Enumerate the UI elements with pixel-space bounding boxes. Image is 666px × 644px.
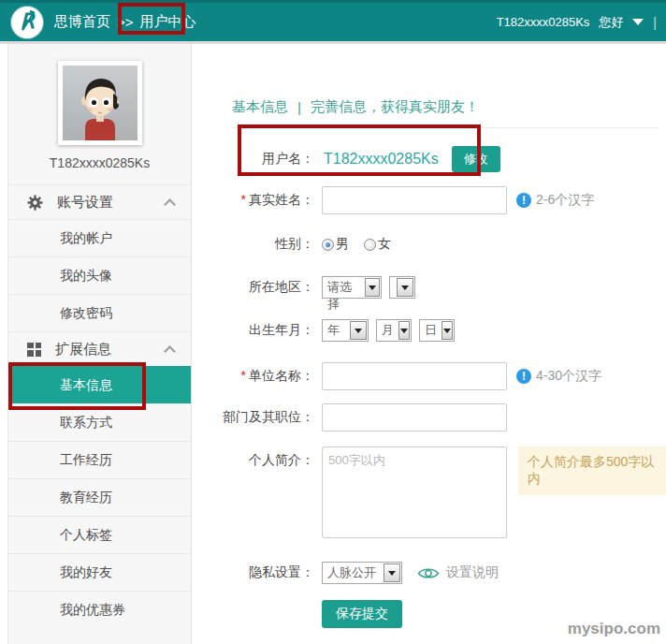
required-mark: * <box>241 192 246 207</box>
gender-row: 性别： 男 女 <box>193 235 666 254</box>
eye-icon[interactable] <box>417 565 440 581</box>
info-icon: ! <box>516 193 531 208</box>
sidebar-item-change-password[interactable]: 修改密码 <box>8 294 191 331</box>
main-content: 基本信息 | 完善信息，获得真实朋友！ 用户名： T182xxxx0285Ks … <box>193 44 666 644</box>
account-username: T182xxxx0285Ks <box>497 15 590 29</box>
grid-icon <box>27 343 41 357</box>
title-divider <box>232 127 659 128</box>
title-separator: | <box>297 99 301 115</box>
title-text: 基本信息 <box>232 98 288 116</box>
birthday-label: 出生年月： <box>193 322 314 339</box>
chevron-up-icon[interactable] <box>164 198 176 211</box>
sidebar-item-contact-info[interactable]: 联系方式 <box>8 403 191 441</box>
basic-info-form: 用户名： T182xxxx0285Ks 修改 *真实姓名： ! 2-6个汉字 性… <box>193 145 666 628</box>
sidebar-section-account-settings[interactable]: 账号设置 <box>8 184 191 219</box>
department-label: 部门及其职位： <box>193 409 314 426</box>
privacy-row: 隐私设置： 人脉公开 设置说明 <box>193 561 666 585</box>
sidebar-username: T182xxxx0285Ks <box>8 153 191 173</box>
breadcrumb: 思博首页 >> 用户中心 <box>54 13 196 31</box>
privacy-select[interactable]: 人脉公开 <box>322 562 402 584</box>
dropdown-arrow-icon[interactable] <box>398 321 410 340</box>
required-mark: * <box>241 368 246 383</box>
info-icon: ! <box>516 369 531 384</box>
account-menu: T182xxxx0285Ks 您好 | <box>497 14 657 31</box>
company-hint: ! 4-30个汉字 <box>516 368 601 385</box>
real-name-input[interactable] <box>322 186 507 214</box>
radio-male-icon[interactable] <box>322 239 334 251</box>
avatar[interactable] <box>58 61 142 145</box>
greeting-text: 您好 <box>599 14 623 31</box>
breadcrumb-current[interactable]: 用户中心 <box>140 13 196 31</box>
bio-limit-note: 个人简介最多500字以内 <box>518 446 666 495</box>
region-label: 所在地区： <box>193 279 314 296</box>
region-province-select[interactable]: 请选择 <box>322 276 382 299</box>
avatar-image <box>63 66 138 140</box>
sidebar-item-work-experience[interactable]: 工作经历 <box>8 441 191 478</box>
dropdown-arrow-icon[interactable] <box>384 564 400 582</box>
sidebar-item-my-account[interactable]: 我的帐户 <box>8 219 191 256</box>
page-title: 基本信息 | 完善信息，获得真实朋友！ <box>232 98 666 116</box>
top-bar: ℟ 思博首页 >> 用户中心 T182xxxx0285Ks 您好 | <box>0 0 666 41</box>
user-center-page: ℟ 思博首页 >> 用户中心 T182xxxx0285Ks 您好 | <box>0 0 666 644</box>
real-name-label: *真实姓名： <box>193 192 314 209</box>
radio-female-icon[interactable] <box>364 239 376 251</box>
dropdown-arrow-icon[interactable] <box>397 278 413 297</box>
company-label: *单位名称： <box>193 368 314 385</box>
real-name-row: *真实姓名： ! 2-6个汉字 <box>193 186 666 214</box>
breadcrumb-home-link[interactable]: 思博首页 <box>54 13 110 31</box>
sidebar-item-basic-info[interactable]: 基本信息 <box>8 366 191 403</box>
sidebar: T182xxxx0285Ks <box>7 44 192 644</box>
department-row: 部门及其职位： <box>193 403 666 432</box>
section-label-extended-info: 扩展信息 <box>55 341 111 359</box>
save-submit-button[interactable]: 保存提交 <box>322 600 402 628</box>
sidebar-item-my-friends[interactable]: 我的好友 <box>8 553 191 591</box>
department-input[interactable] <box>322 403 507 432</box>
gender-option-female[interactable]: 女 <box>364 236 391 253</box>
bio-row: 个人简介： 个人简介最多500字以内 <box>193 446 666 538</box>
sidebar-menu: 账号设置 我的帐户 我的头像 修改密码 扩展信息 基本信息 联系方式 工作经历 … <box>8 184 191 628</box>
sidebar-item-my-avatar[interactable]: 我的头像 <box>8 256 191 294</box>
sidebar-item-education[interactable]: 教育经历 <box>8 478 191 516</box>
dropdown-arrow-icon[interactable] <box>442 321 453 340</box>
company-input[interactable] <box>322 362 507 390</box>
real-name-hint: ! 2-6个汉字 <box>516 192 594 209</box>
username-row: 用户名： T182xxxx0285Ks 修改 <box>193 145 666 173</box>
bio-label: 个人简介： <box>193 452 314 469</box>
privacy-help-link[interactable]: 设置说明 <box>446 564 499 581</box>
gear-icon <box>27 195 43 211</box>
topbar-divider: | <box>653 15 657 30</box>
username-value: T182xxxx0285Ks <box>324 151 439 168</box>
username-label: 用户名： <box>193 151 314 168</box>
gender-option-male[interactable]: 男 <box>322 236 349 253</box>
birth-year-select[interactable]: 年 <box>322 319 369 342</box>
region-row: 所在地区： 请选择 <box>193 276 666 299</box>
sidebar-item-personal-tags[interactable]: 个人标签 <box>8 516 191 553</box>
region-city-select[interactable] <box>389 276 415 299</box>
edit-username-button[interactable]: 修改 <box>452 146 500 172</box>
sidebar-item-my-coupons[interactable]: 我的优惠券 <box>8 591 191 628</box>
section-label-account-settings: 账号设置 <box>57 194 113 212</box>
site-watermark: mysipo.com <box>568 620 660 638</box>
birth-month-select[interactable]: 月 <box>376 319 412 342</box>
company-row: *单位名称： ! 4-30个汉字 <box>193 362 666 390</box>
chevron-up-icon[interactable] <box>164 345 176 358</box>
dropdown-arrow-icon[interactable] <box>350 321 367 340</box>
sipo-logo-icon[interactable]: ℟ <box>11 7 43 38</box>
privacy-label: 隐私设置： <box>193 564 314 581</box>
birthday-row: 出生年月： 年 月 日 <box>193 319 666 342</box>
bio-textarea[interactable] <box>322 446 507 538</box>
subtitle-text: 完善信息，获得真实朋友！ <box>311 98 479 116</box>
breadcrumb-separator: >> <box>117 14 134 30</box>
account-dropdown-caret-icon[interactable] <box>632 19 644 25</box>
sidebar-section-extended-info[interactable]: 扩展信息 <box>8 331 191 366</box>
dropdown-arrow-icon[interactable] <box>365 278 380 297</box>
logo-glyph: ℟ <box>20 10 34 31</box>
gender-label: 性别： <box>193 236 314 253</box>
birth-day-select[interactable]: 日 <box>419 319 455 342</box>
